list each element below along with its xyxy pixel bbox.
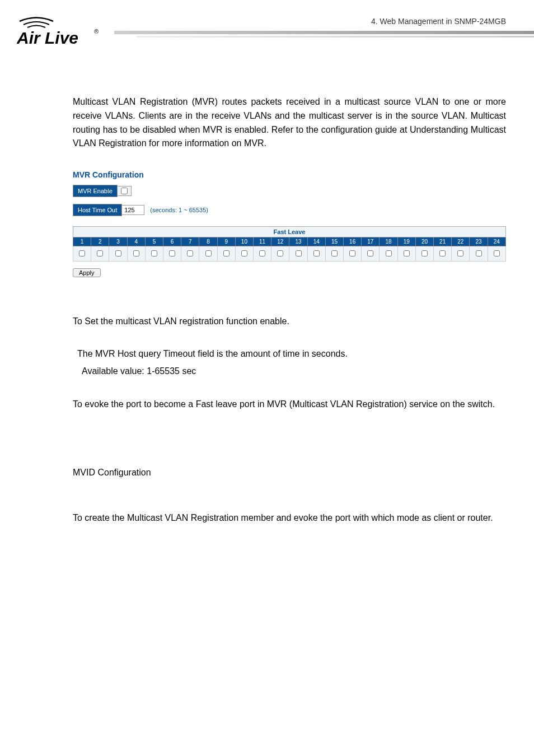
port-11: 11	[254, 237, 271, 246]
fast-leave-checkbox-23[interactable]	[476, 250, 482, 256]
port-4: 4	[127, 237, 145, 246]
desc-timeout-1: The MVR Host query Timeout field is the …	[77, 346, 506, 362]
port-12: 12	[271, 237, 289, 246]
fast-leave-checkbox-5[interactable]	[151, 250, 157, 256]
host-timeout-hint: (seconds: 1 ~ 65535)	[150, 207, 208, 213]
header-divider-1	[114, 31, 534, 34]
port-9: 9	[217, 237, 235, 246]
port-8: 8	[199, 237, 217, 246]
fast-leave-checkbox-3[interactable]	[115, 250, 121, 256]
desc-timeout-block: The MVR Host query Timeout field is the …	[77, 346, 506, 380]
port-3: 3	[109, 237, 127, 246]
host-timeout-input[interactable]	[122, 205, 144, 215]
fast-leave-checkbox-11[interactable]	[259, 250, 265, 256]
intro-paragraph: Multicast VLAN Registration (MVR) routes…	[73, 95, 506, 151]
port-17: 17	[362, 237, 380, 246]
port-2: 2	[91, 237, 109, 246]
port-7: 7	[181, 237, 199, 246]
fast-leave-checkbox-2[interactable]	[97, 250, 103, 256]
fast-leave-checkbox-24[interactable]	[494, 250, 500, 256]
fast-leave-checkbox-6[interactable]	[169, 250, 175, 256]
port-20: 20	[415, 237, 433, 246]
page-header: Air Live ® 4. Web Management in SNMP-24M…	[0, 0, 534, 62]
apply-button[interactable]: Apply	[73, 268, 101, 277]
fast-leave-checkbox-12[interactable]	[277, 250, 283, 256]
port-23: 23	[470, 237, 488, 246]
page-content: Multicast VLAN Registration (MVR) routes…	[0, 62, 534, 525]
config-title: MVR Configuration	[73, 170, 506, 179]
port-15: 15	[325, 237, 343, 246]
port-header-row: 1 2 3 4 5 6 7 8 9 10 11 12 13 14 15 16 1…	[73, 237, 506, 246]
host-timeout-label: Host Time Out	[73, 204, 122, 216]
fast-leave-checkbox-13[interactable]	[296, 250, 302, 256]
port-19: 19	[397, 237, 415, 246]
port-16: 16	[344, 237, 362, 246]
desc-enable: To Set the multicast VLAN registration f…	[73, 314, 506, 329]
fast-leave-checkbox-17[interactable]	[367, 250, 373, 256]
mvr-enable-row: MVR Enable	[73, 185, 506, 197]
fast-leave-checkbox-15[interactable]	[331, 250, 338, 256]
mvid-heading: MVID Configuration	[73, 468, 506, 478]
port-21: 21	[434, 237, 452, 246]
port-10: 10	[235, 237, 253, 246]
brand-logo: Air Live ®	[17, 11, 106, 50]
desc-fastleave: To evoke the port to become a Fast leave…	[73, 396, 506, 412]
fast-leave-checkbox-9[interactable]	[223, 250, 229, 256]
fast-leave-checkbox-22[interactable]	[457, 250, 463, 256]
port-22: 22	[452, 237, 470, 246]
port-13: 13	[289, 237, 307, 246]
fast-leave-checkbox-8[interactable]	[205, 250, 212, 256]
desc-timeout-2: Available value: 1-65535 sec	[82, 363, 506, 380]
fast-leave-checkbox-7[interactable]	[187, 250, 193, 256]
fast-leave-checkbox-16[interactable]	[349, 250, 355, 256]
fast-leave-checkbox-21[interactable]	[439, 250, 446, 256]
fast-leave-checkbox-1[interactable]	[79, 250, 85, 256]
chapter-label: 4. Web Management in SNMP-24MGB	[371, 17, 506, 26]
fast-leave-checkbox-14[interactable]	[313, 250, 320, 256]
port-checkbox-row	[73, 246, 506, 262]
header-divider-2	[137, 36, 534, 38]
fast-leave-checkbox-20[interactable]	[421, 250, 428, 256]
svg-text:®: ®	[94, 28, 99, 35]
fast-leave-header: Fast Leave	[73, 227, 506, 237]
mvr-enable-label: MVR Enable	[73, 185, 118, 197]
mvid-paragraph: To create the Multicast VLAN Registratio…	[73, 511, 506, 525]
mvr-config-screenshot: MVR Configuration MVR Enable Host Time O…	[73, 167, 506, 280]
fast-leave-checkbox-19[interactable]	[404, 250, 410, 256]
port-18: 18	[380, 237, 397, 246]
port-6: 6	[163, 237, 181, 246]
fast-leave-checkbox-10[interactable]	[241, 250, 247, 256]
mvr-enable-checkbox-cell	[118, 186, 132, 196]
port-14: 14	[307, 237, 325, 246]
port-24: 24	[488, 237, 505, 246]
fast-leave-checkbox-4[interactable]	[133, 250, 139, 256]
port-1: 1	[73, 237, 91, 246]
port-5: 5	[145, 237, 163, 246]
host-timeout-row: Host Time Out (seconds: 1 ~ 65535)	[73, 204, 506, 216]
mvr-enable-checkbox[interactable]	[121, 188, 128, 194]
fast-leave-table: Fast Leave 1 2 3 4 5 6 7 8 9 10 11 12 13…	[73, 226, 506, 262]
svg-text:Air Live: Air Live	[17, 29, 78, 47]
fast-leave-checkbox-18[interactable]	[386, 250, 392, 256]
